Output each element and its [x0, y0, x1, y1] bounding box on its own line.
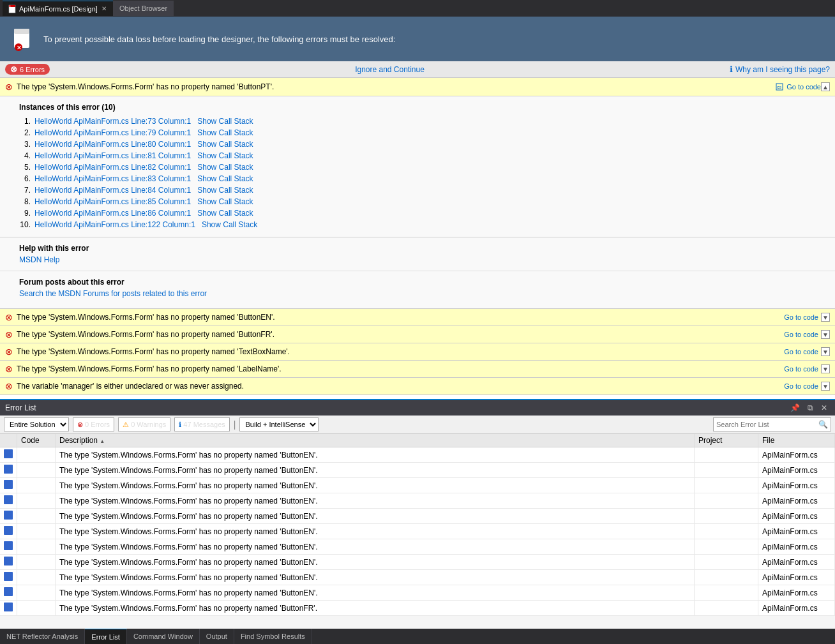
table-row[interactable]: The type 'System.Windows.Forms.Form' has…: [0, 447, 835, 463]
table-row[interactable]: The type 'System.Windows.Forms.Form' has…: [0, 570, 835, 585]
search-btn[interactable]: 🔍: [816, 419, 831, 430]
instances-section: Instances of this error (10) 1.HelloWorl…: [0, 96, 835, 237]
show-call-stack-link[interactable]: Show Call Stack: [197, 151, 253, 160]
filter-divider: |: [234, 419, 236, 430]
tab-design-label: ApiMainForm.cs [Design]: [19, 5, 98, 13]
collapsed-error-goto[interactable]: Go to code: [784, 313, 818, 321]
show-call-stack-link[interactable]: Show Call Stack: [197, 140, 253, 149]
scope-select[interactable]: Entire Solution: [4, 417, 69, 431]
main-error-collapse-btn[interactable]: ▲: [821, 82, 830, 91]
collapsed-error-item[interactable]: ⊗The variable 'manager' is either undecl…: [0, 378, 835, 395]
main-error-item[interactable]: ⊗ The type 'System.Windows.Forms.Form' h…: [0, 78, 835, 96]
col-project[interactable]: Project: [695, 434, 758, 447]
instance-link[interactable]: HelloWorld ApiMainForm.cs Line:79 Column…: [34, 128, 191, 137]
col-description[interactable]: Description ▲: [56, 434, 695, 447]
col-code[interactable]: Code: [17, 434, 56, 447]
collapsed-error-expand-btn[interactable]: ▼: [821, 347, 830, 356]
table-cell-project: [695, 524, 758, 539]
instance-link[interactable]: HelloWorld ApiMainForm.cs Line:73 Column…: [34, 117, 191, 126]
collapsed-error-item[interactable]: ⊗The type 'System.Windows.Forms.Form' ha…: [0, 361, 835, 378]
bottom-tab-errorlist[interactable]: Error List: [85, 629, 127, 644]
table-row[interactable]: The type 'System.Windows.Forms.Form' has…: [0, 524, 835, 539]
table-cell-code: [17, 447, 56, 463]
instance-num: 1.: [19, 117, 31, 126]
bottom-tab-output[interactable]: Output: [200, 629, 234, 644]
table-cell-project: [695, 601, 758, 616]
collapsed-error-icon: ⊗: [5, 329, 13, 340]
collapsed-error-goto[interactable]: Go to code: [784, 382, 818, 390]
table-cell-description: The type 'System.Windows.Forms.Form' has…: [56, 539, 695, 555]
show-call-stack-link[interactable]: Show Call Stack: [197, 128, 253, 137]
error-list-titlebar: Error List 📌 ⧉ ✕: [0, 400, 835, 416]
forum-search-link[interactable]: Search the MSDN Forums for posts related…: [19, 289, 207, 298]
msdn-help-link[interactable]: MSDN Help: [19, 255, 59, 264]
collapsed-error-goto[interactable]: Go to code: [784, 365, 818, 373]
show-call-stack-link[interactable]: Show Call Stack: [197, 163, 253, 172]
table-cell-project: [695, 509, 758, 524]
warnings-filter-btn[interactable]: ⚠ 0 Warnings: [118, 417, 170, 431]
show-call-stack-link[interactable]: Show Call Stack: [197, 117, 253, 126]
bottom-tab-findsymbol[interactable]: Find Symbol Results: [234, 629, 312, 644]
collapsed-error-text: The type 'System.Windows.Forms.Form' has…: [17, 364, 282, 373]
tab-design[interactable]: ApiMainForm.cs [Design] ✕: [3, 1, 113, 16]
messages-filter-btn[interactable]: ℹ 47 Messages: [174, 417, 229, 431]
main-error-icon: ⊗: [5, 82, 13, 92]
collapsed-error-expand-btn[interactable]: ▼: [821, 313, 830, 322]
collapsed-error-item[interactable]: ⊗The type 'System.Windows.Forms.Form' ha…: [0, 326, 835, 343]
main-scroll-wrapper[interactable]: ✕ To prevent possible data loss before l…: [0, 17, 835, 399]
why-link[interactable]: ℹ Why am I seeing this page?: [730, 64, 830, 74]
show-call-stack-link[interactable]: Show Call Stack: [197, 174, 253, 183]
collapsed-error-expand-btn[interactable]: ▼: [821, 364, 830, 373]
table-row[interactable]: The type 'System.Windows.Forms.Form' has…: [0, 539, 835, 555]
show-call-stack-link[interactable]: Show Call Stack: [197, 197, 253, 206]
table-row[interactable]: The type 'System.Windows.Forms.Form' has…: [0, 493, 835, 509]
ignore-continue-link[interactable]: Ignore and Continue: [355, 65, 425, 74]
table-row[interactable]: The type 'System.Windows.Forms.Form' has…: [0, 463, 835, 478]
instance-link[interactable]: HelloWorld ApiMainForm.cs Line:84 Column…: [34, 186, 191, 195]
errors-filter-btn[interactable]: ⊗ 0 Errors: [73, 417, 114, 431]
panel-close-btn[interactable]: ✕: [818, 403, 830, 413]
search-input[interactable]: [714, 419, 816, 430]
instance-link[interactable]: HelloWorld ApiMainForm.cs Line:81 Column…: [34, 151, 191, 160]
bottom-tab-command[interactable]: Command Window: [127, 629, 200, 644]
panel-pin-btn[interactable]: 📌: [788, 403, 802, 413]
show-call-stack-link[interactable]: Show Call Stack: [197, 209, 253, 218]
error-count-label: 6 Errors: [20, 66, 45, 73]
instance-link[interactable]: HelloWorld ApiMainForm.cs Line:82 Column…: [34, 163, 191, 172]
show-call-stack-link[interactable]: Show Call Stack: [202, 220, 257, 229]
instance-link[interactable]: HelloWorld ApiMainForm.cs Line:85 Column…: [34, 197, 191, 206]
tab-design-close[interactable]: ✕: [100, 4, 108, 13]
instance-num: 2.: [19, 128, 31, 137]
col-file[interactable]: File: [758, 434, 835, 447]
table-row[interactable]: The type 'System.Windows.Forms.Form' has…: [0, 585, 835, 601]
build-filter-select[interactable]: Build + IntelliSense: [239, 417, 319, 431]
table-cell-code: [17, 478, 56, 493]
bottom-tab-reflector[interactable]: NET Reflector Analysis: [0, 629, 85, 644]
error-count-badge[interactable]: ⊗ 6 Errors: [5, 64, 50, 75]
main-error-goto[interactable]: cs Go to code: [776, 82, 821, 91]
table-row[interactable]: The type 'System.Windows.Forms.Form' has…: [0, 601, 835, 616]
instance-link[interactable]: HelloWorld ApiMainForm.cs Line:122 Colum…: [34, 220, 195, 229]
collapsed-error-goto[interactable]: Go to code: [784, 348, 818, 356]
error-table[interactable]: Code Description ▲ Project File The type…: [0, 434, 835, 629]
collapsed-error-expand-btn[interactable]: ▼: [821, 330, 830, 339]
collapsed-error-item[interactable]: ⊗The type 'System.Windows.Forms.Form' ha…: [0, 309, 835, 326]
table-cell-code: [17, 539, 56, 555]
collapsed-error-goto[interactable]: Go to code: [784, 331, 818, 338]
tab-browser[interactable]: Object Browser: [113, 1, 174, 16]
table-row[interactable]: The type 'System.Windows.Forms.Form' has…: [0, 478, 835, 493]
collapsed-error-item[interactable]: ⊗The type 'System.Windows.Forms.Form' ha…: [0, 343, 835, 361]
collapsed-error-icon: ⊗: [5, 364, 13, 374]
collapsed-error-expand-btn[interactable]: ▼: [821, 382, 830, 391]
panel-undock-btn[interactable]: ⧉: [805, 403, 816, 413]
show-call-stack-link[interactable]: Show Call Stack: [197, 186, 253, 195]
table-row[interactable]: The type 'System.Windows.Forms.Form' has…: [0, 555, 835, 570]
svg-text:cs: cs: [777, 85, 782, 89]
instance-link[interactable]: HelloWorld ApiMainForm.cs Line:83 Column…: [34, 174, 191, 183]
instance-num: 8.: [19, 197, 31, 206]
table-row[interactable]: The type 'System.Windows.Forms.Form' has…: [0, 509, 835, 524]
instance-link[interactable]: HelloWorld ApiMainForm.cs Line:80 Column…: [34, 140, 191, 149]
error-list-toolbar: Entire Solution ⊗ 0 Errors ⚠ 0 Warnings …: [0, 416, 835, 434]
row-error-icon: [4, 465, 13, 474]
instance-link[interactable]: HelloWorld ApiMainForm.cs Line:86 Column…: [34, 209, 191, 218]
